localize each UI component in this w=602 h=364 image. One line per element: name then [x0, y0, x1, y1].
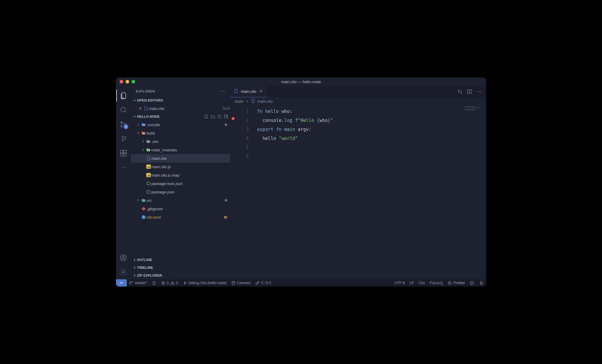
debug-icon	[183, 281, 187, 285]
activity-search[interactable]	[116, 103, 131, 117]
tree-folder-vscode[interactable]: .vscode	[131, 120, 230, 129]
tree-file-gitignore[interactable]: .gitignore	[131, 205, 230, 213]
tree-file-package-json[interactable]: package.json	[131, 188, 230, 196]
activity-extensions[interactable]	[116, 146, 131, 160]
breadcrumbs[interactable]: build main.clio	[230, 97, 486, 105]
timeline-header[interactable]: TIMELINE	[131, 264, 230, 271]
breakpoint-gutter[interactable]	[230, 105, 236, 279]
tree-file-main-clio-js-map[interactable]: JS main.clio.js.map	[131, 171, 230, 179]
status-debug[interactable]: Debug Clio (hello-node)	[181, 279, 229, 287]
activity-settings[interactable]	[116, 265, 131, 279]
svg-point-23	[480, 91, 481, 92]
svg-point-26	[132, 281, 132, 282]
status-feedback[interactable]	[467, 279, 477, 287]
status-branch[interactable]: master*	[127, 279, 150, 287]
sync-icon	[152, 281, 156, 285]
chevron-right-icon	[136, 123, 140, 127]
chevron-down-icon	[136, 131, 140, 135]
vscode-window: main.clio — hello-node 3	[116, 77, 486, 287]
tab-main-clio[interactable]: main.clio	[230, 86, 267, 97]
folder-open-icon	[141, 131, 147, 135]
status-encoding[interactable]: UTF-8	[392, 279, 407, 287]
open-editors-header[interactable]: OPEN EDITORS	[131, 96, 230, 104]
new-folder-icon[interactable]	[210, 114, 215, 119]
status-problems[interactable]: 0 0	[159, 279, 180, 287]
sidebar-title: EXPLORER	[136, 89, 220, 93]
ellipsis-icon[interactable]	[476, 89, 482, 94]
tree-file-main-clio[interactable]: main.clio	[131, 154, 230, 162]
status-focus[interactable]: Focus:{}	[427, 279, 445, 287]
svg-point-2	[121, 126, 122, 127]
modified-badge: M	[224, 215, 227, 220]
window-maximize[interactable]	[132, 80, 135, 83]
activity-scm[interactable]: 3	[116, 117, 131, 132]
split-icon[interactable]	[467, 89, 472, 94]
tree-file-main-clio-js[interactable]: JS main.clio.js	[131, 162, 230, 171]
status-bell[interactable]	[477, 279, 486, 287]
chevron-right-icon	[141, 139, 145, 144]
workspace-header[interactable]: HELLO-NODE	[131, 113, 230, 120]
breadcrumb-folder[interactable]: build	[235, 99, 243, 104]
minimap[interactable]	[464, 106, 485, 124]
status-prettier[interactable]: Prettier	[445, 279, 467, 287]
chevron-right-icon	[132, 265, 137, 270]
open-editor-dir: build	[223, 106, 230, 111]
status-eol[interactable]: LF	[407, 279, 416, 287]
js-icon: JS	[145, 173, 151, 177]
workspace-name: HELLO-NODE	[137, 115, 160, 118]
activity-ellipsis[interactable]	[116, 160, 131, 175]
breadcrumb-file[interactable]: main.clio	[251, 99, 272, 104]
status-cs[interactable]: C::S 0	[253, 279, 273, 287]
svg-rect-7	[124, 153, 126, 156]
window-title: main.clio — hello-node	[281, 80, 321, 84]
svg-point-15	[221, 91, 221, 91]
compare-icon[interactable]	[457, 89, 463, 94]
modified-dot	[225, 123, 227, 126]
svg-rect-5	[120, 150, 123, 153]
svg-point-9	[121, 167, 122, 168]
breakpoint-icon[interactable]	[232, 117, 235, 120]
open-editor-item[interactable]: main.clio build	[131, 104, 230, 113]
tree-folder-node-modules[interactable]: node_modules	[131, 146, 230, 154]
status-connect[interactable]: Connect	[229, 279, 253, 287]
titlebar: main.clio — hello-node	[116, 77, 486, 86]
collapse-icon[interactable]	[223, 114, 228, 119]
svg-point-17	[224, 91, 224, 91]
tree-folder-src[interactable]: src	[131, 196, 230, 205]
code-editor[interactable]: 1 2 3 4 5 6 fn hello who: console.log f"…	[230, 105, 486, 279]
activity-debug[interactable]	[116, 132, 131, 146]
svg-point-0	[121, 107, 125, 112]
zip-explorer-header[interactable]: ZIP EXPLORER	[131, 271, 230, 279]
window-close[interactable]	[120, 80, 123, 83]
status-bar: master* 0 0 Debug Clio (hello-node) Conn…	[116, 279, 486, 287]
tree-folder-clio[interactable]: .clio	[131, 137, 230, 146]
outline-header[interactable]: OUTLINE	[131, 256, 230, 264]
traffic-lights	[120, 80, 135, 83]
branch-icon	[129, 281, 133, 285]
tree-folder-build[interactable]: build	[131, 129, 230, 137]
tabs-row: main.clio	[230, 86, 486, 97]
status-remote[interactable]	[116, 279, 127, 287]
close-icon[interactable]	[138, 106, 143, 111]
svg-point-10	[123, 167, 124, 168]
js-icon: JS	[145, 165, 151, 169]
editor-area: main.clio build main.clio	[230, 86, 486, 279]
status-sync[interactable]	[150, 279, 159, 287]
new-file-icon[interactable]	[204, 114, 208, 119]
chevron-right-icon	[132, 258, 137, 262]
tree-file-clio-toml[interactable]: clio.toml M	[131, 213, 230, 221]
status-language[interactable]: Clio	[416, 279, 427, 287]
chevron-down-icon	[132, 114, 137, 119]
code-content[interactable]: fn hello who: console.log f"Hello {who}"…	[249, 105, 486, 279]
refresh-icon[interactable]	[217, 114, 222, 119]
close-icon[interactable]	[259, 89, 263, 94]
activity-account[interactable]	[116, 250, 131, 265]
feedback-icon	[470, 281, 474, 285]
chevron-right-icon	[136, 198, 140, 202]
ellipsis-icon[interactable]	[220, 89, 225, 94]
window-minimize[interactable]	[126, 80, 129, 83]
file-icon	[145, 156, 151, 161]
workspace-actions	[204, 114, 228, 119]
activity-explorer[interactable]	[116, 88, 131, 103]
tree-file-package-lock[interactable]: package-lock.json	[131, 179, 230, 188]
